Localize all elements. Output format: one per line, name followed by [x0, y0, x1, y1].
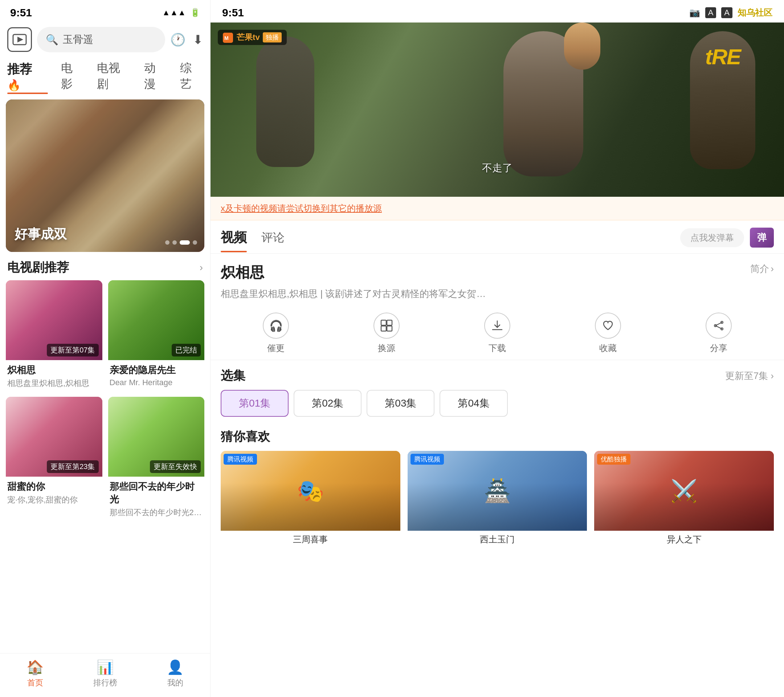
- share-label: 分享: [710, 342, 727, 354]
- favorite-icon: [595, 313, 621, 339]
- nav-home[interactable]: 🏠 首页: [0, 659, 70, 688]
- recommend-title: 猜你喜欢: [221, 428, 774, 445]
- recommend-thumb-2: 🏯 腾讯视频: [408, 451, 587, 531]
- signal-icon: ▲▲▲: [162, 8, 186, 17]
- rank-icon: 📊: [97, 659, 114, 675]
- recommend-section: 猜你喜欢 🎭 腾讯视频 三周喜事 🏯 腾讯视频: [211, 423, 784, 697]
- drama-intro-link[interactable]: 简介 ›: [750, 262, 774, 275]
- hero-dot-4: [193, 240, 197, 245]
- tab-anime[interactable]: 动漫: [144, 60, 167, 94]
- bottom-nav: 🏠 首页 📊 排行榜 👤 我的: [0, 653, 210, 697]
- status-bar-left: 9:51 ▲▲▲ 🔋: [0, 0, 210, 23]
- search-bar[interactable]: 🔍 玉骨遥: [37, 27, 165, 52]
- drama-thumb-2: 已完结: [108, 280, 205, 360]
- tab-variety[interactable]: 综艺: [180, 60, 203, 94]
- drama-name-3: 甜蜜的你: [7, 480, 101, 493]
- status-time-left: 9:51: [10, 7, 32, 19]
- top-right-text: 知乌社区: [738, 7, 772, 18]
- action-urge[interactable]: 🎧 催更: [221, 313, 331, 354]
- right-panel: 9:51 📷 A A 知乌社区 tRE 不走了: [211, 0, 784, 697]
- svg-marker-1: [17, 37, 23, 43]
- drama-desc-text: 相思盘里炽相思,炽相思 | 该剧讲述了对古灵精怪的将军之女贺…: [221, 287, 774, 301]
- fire-icon: 🔥: [7, 79, 21, 91]
- tre-watermark: tRE: [705, 44, 740, 69]
- rec-name-3: 异人之下: [594, 534, 774, 545]
- hero-dots: [165, 240, 197, 245]
- drama-info-2: 亲爱的隐居先生 Dear Mr. Heritage: [108, 360, 205, 389]
- recommend-card-2[interactable]: 🏯 腾讯视频 西土玉门: [408, 451, 587, 545]
- tab-comment[interactable]: 评论: [261, 230, 285, 252]
- svg-rect-6: [387, 320, 392, 325]
- drama-badge-3: 更新至第23集: [47, 460, 98, 473]
- svg-rect-7: [381, 326, 386, 331]
- brand-badge: M 芒果tv 独播: [218, 30, 287, 45]
- episode-more[interactable]: 更新至7集 ›: [725, 369, 774, 382]
- rec-badge-2: 腾讯视频: [410, 454, 444, 465]
- search-icon: 🔍: [46, 34, 58, 46]
- action-share[interactable]: 分享: [663, 313, 774, 354]
- drama-card-2[interactable]: 已完结 亲爱的隐居先生 Dear Mr. Heritage: [108, 280, 205, 391]
- episode-btn-4[interactable]: 第04集: [440, 390, 507, 417]
- drama-badge-4: 更新至失效快: [150, 460, 201, 473]
- action-switch-source[interactable]: 换源: [331, 313, 442, 354]
- tab-video[interactable]: 视频: [221, 229, 247, 252]
- recommend-thumb-1: 🎭 腾讯视频: [221, 451, 400, 531]
- section-title: 电视剧推荐: [7, 259, 69, 276]
- rec-badge-1: 腾讯视频: [224, 454, 257, 465]
- episode-btn-1[interactable]: 第01集: [221, 390, 288, 417]
- tab-recommend[interactable]: 推荐 🔥: [7, 61, 48, 94]
- episode-header: 选集 更新至7集 ›: [221, 367, 774, 384]
- nav-rank[interactable]: 📊 排行榜: [70, 659, 140, 688]
- drama-thumb-3: 更新至第23集: [6, 397, 102, 477]
- drama-card-4[interactable]: 更新至失效快 那些回不去的年少时光 那些回不去的年少时光2023,: [108, 397, 205, 520]
- video-player[interactable]: tRE 不走了 M 芒果tv 独播: [211, 23, 784, 197]
- search-input[interactable]: 玉骨遥: [63, 33, 93, 46]
- download-icon[interactable]: ⬇: [193, 32, 203, 47]
- section-header: 电视剧推荐 ›: [0, 252, 210, 280]
- battery-icon: 🔋: [190, 8, 200, 17]
- episode-btn-3[interactable]: 第03集: [367, 390, 435, 417]
- drama-badge-1: 更新至第07集: [47, 344, 98, 356]
- danmu-button[interactable]: 弹: [750, 227, 774, 247]
- action-download[interactable]: 下载: [442, 313, 553, 354]
- recommend-card-3[interactable]: ⚔️ 优酷独播 异人之下: [594, 451, 774, 545]
- recommend-grid: 🎭 腾讯视频 三周喜事 🏯 腾讯视频 西土玉门: [221, 451, 774, 545]
- app-logo[interactable]: [7, 27, 32, 52]
- episode-btn-2[interactable]: 第02集: [294, 390, 362, 417]
- drama-desc-2: Dear Mr. Heritage: [110, 378, 203, 387]
- drama-desc-3: 宠·你,宠你,甜蜜的你: [7, 494, 101, 505]
- section-more-icon[interactable]: ›: [199, 262, 203, 274]
- hero-dot-3: [180, 240, 190, 245]
- drama-card-1[interactable]: 更新至第07集 炽相思 相思盘里炽相思,炽相思: [6, 280, 102, 391]
- episode-title: 选集: [221, 367, 245, 384]
- status-icons-right: 📷 A A 知乌社区: [689, 7, 772, 18]
- favorite-label: 收藏: [599, 342, 617, 354]
- recommend-card-1[interactable]: 🎭 腾讯视频 三周喜事: [221, 451, 400, 545]
- svg-rect-5: [387, 326, 392, 331]
- history-icon[interactable]: 🕐: [170, 32, 186, 47]
- drama-info-4: 那些回不去的年少时光 那些回不去的年少时光2023,: [108, 477, 205, 520]
- svg-rect-4: [381, 320, 386, 325]
- nav-home-label: 首页: [27, 677, 43, 688]
- drama-grid: 更新至第07集 炽相思 相思盘里炽相思,炽相思 已完结 亲爱的隐居先生 Dear…: [0, 280, 210, 520]
- drama-desc-4: 那些回不去的年少时光2023,: [110, 507, 203, 518]
- video-frame: tRE 不走了 M 芒果tv 独播: [211, 23, 784, 197]
- nav-profile[interactable]: 👤 我的: [140, 659, 210, 688]
- action-favorite[interactable]: 收藏: [552, 313, 663, 354]
- header-actions: 🕐 ⬇: [170, 32, 203, 47]
- left-panel: 9:51 ▲▲▲ 🔋 🔍 玉骨遥 🕐 ⬇ 推荐 🔥 电影 电视剧 动: [0, 0, 211, 697]
- hero-dot-2: [172, 240, 177, 245]
- video-brand: M 芒果tv 独播: [218, 30, 287, 45]
- danmu-input[interactable]: 点我发弹幕: [680, 228, 744, 247]
- nav-tabs: 推荐 🔥 电影 电视剧 动漫 综艺: [0, 57, 210, 99]
- drama-badge-2: 已完结: [172, 344, 201, 356]
- hero-banner[interactable]: 好事成双: [6, 99, 204, 252]
- tab-movie[interactable]: 电影: [61, 60, 84, 94]
- drama-title-row: 炽相思 简介 ›: [221, 262, 774, 282]
- rec-name-1: 三周喜事: [221, 534, 400, 545]
- switch-source-label: 换源: [378, 342, 395, 354]
- notice-text: x及卡顿的视频请尝试切换到其它的播放源: [221, 203, 774, 214]
- tab-tv[interactable]: 电视剧: [97, 60, 131, 94]
- drama-card-3[interactable]: 更新至第23集 甜蜜的你 宠·你,宠你,甜蜜的你: [6, 397, 102, 520]
- status-bar-right: 9:51 📷 A A 知乌社区: [211, 0, 784, 23]
